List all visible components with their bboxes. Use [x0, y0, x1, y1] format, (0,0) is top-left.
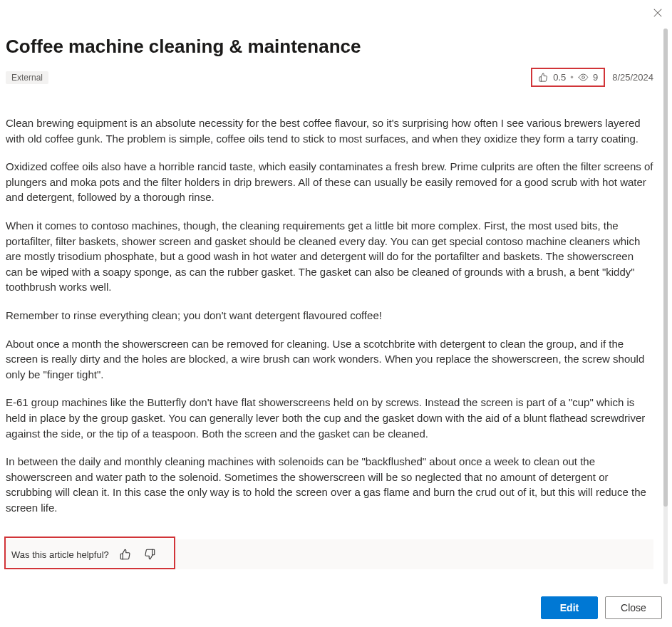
helpful-yes-button[interactable]	[118, 546, 133, 562]
article-header: Coffee machine cleaning & maintenance Ex…	[6, 0, 653, 87]
helpful-bar: Was this article helpful?	[6, 539, 653, 569]
helpful-prompt: Was this article helpful?	[11, 549, 109, 560]
meta-right: 0.5 • 9 8/25/2024	[531, 68, 653, 87]
thumbs-down-icon	[143, 548, 156, 561]
article-body: Clean brewing equipment is an absolute n…	[6, 87, 653, 515]
paragraph: Remember to rinse everything clean; you …	[6, 308, 653, 323]
article-title: Coffee machine cleaning & maintenance	[6, 36, 653, 58]
paragraph: Oxidized coffee oils also have a horribl…	[6, 159, 653, 205]
eye-icon	[578, 72, 589, 83]
thumbs-up-icon	[538, 72, 549, 83]
edit-button[interactable]: Edit	[541, 596, 598, 619]
helpful-no-button[interactable]	[142, 546, 157, 562]
paragraph: About once a month the showerscreen can …	[6, 336, 653, 383]
paragraph: In between the daily and monthly cleanin…	[6, 454, 653, 515]
meta-row: External 0.5 • 9	[6, 68, 653, 87]
visibility-badge: External	[6, 71, 48, 84]
paragraph: E-61 group machines like the Butterfly d…	[6, 395, 653, 441]
stats-box: 0.5 • 9	[531, 68, 605, 87]
scrollbar-thumb[interactable]	[663, 28, 668, 507]
paragraph: When it comes to contoso machines, thoug…	[6, 218, 653, 295]
stats-separator: •	[570, 72, 574, 83]
article-date: 8/25/2024	[612, 72, 653, 83]
paragraph: Clean brewing equipment is an absolute n…	[6, 115, 653, 146]
article-dialog: Coffee machine cleaning & maintenance Ex…	[0, 0, 672, 627]
rating-value: 0.5	[553, 72, 566, 83]
close-button[interactable]: Close	[605, 596, 662, 619]
svg-point-0	[582, 76, 585, 79]
views-value: 9	[593, 72, 598, 83]
dialog-footer: Edit Close	[0, 589, 672, 627]
thumbs-up-icon	[119, 548, 132, 561]
scrollbar[interactable]	[663, 28, 668, 584]
scroll-area[interactable]: Coffee machine cleaning & maintenance Ex…	[0, 0, 659, 589]
